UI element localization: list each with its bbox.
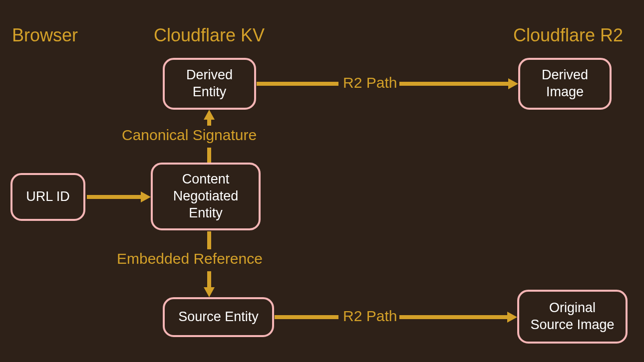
node-label: Derived Entity (186, 67, 233, 101)
node-source-entity: Source Entity (163, 297, 274, 337)
edge-label-r2-path-bottom: R2 Path (343, 308, 397, 325)
node-original-source-image: Original Source Image (517, 290, 628, 344)
node-derived-image: Derived Image (518, 58, 612, 110)
column-header-browser: Browser (12, 25, 78, 46)
column-header-kv: Cloudflare KV (154, 25, 265, 46)
svg-marker-4 (204, 110, 215, 120)
node-label: Derived Image (542, 67, 588, 101)
node-label: Content Negotiated Entity (173, 171, 239, 221)
node-content-negotiated-entity: Content Negotiated Entity (151, 163, 261, 230)
node-label: URL ID (26, 188, 70, 205)
column-header-r2: Cloudflare R2 (513, 25, 623, 46)
node-url-id: URL ID (10, 173, 85, 221)
edge-label-r2-path-top: R2 Path (343, 74, 397, 91)
svg-marker-10 (508, 78, 518, 89)
edge-label-embedded-reference: Embedded Reference (117, 250, 263, 267)
node-label: Original Source Image (530, 300, 614, 334)
node-label: Source Entity (178, 309, 259, 326)
svg-marker-1 (141, 191, 151, 202)
svg-marker-13 (507, 312, 517, 323)
arrow-url-to-content (87, 191, 151, 202)
svg-marker-7 (204, 287, 215, 297)
node-derived-entity: Derived Entity (163, 58, 256, 110)
edge-label-canonical-signature: Canonical Signature (122, 127, 257, 144)
